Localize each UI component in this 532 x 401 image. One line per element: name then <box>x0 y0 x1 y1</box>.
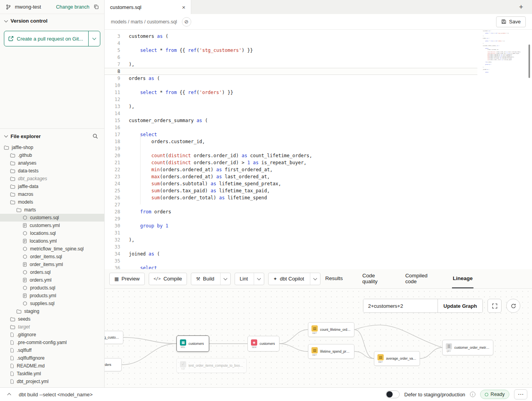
code-line-17[interactable]: 17 select <box>105 131 477 138</box>
lineage-node-average_order_value[interactable]: ▤METaverage_order_value <box>374 351 420 366</box>
code-line-23[interactable]: 23 max(orders.ordered_at) as last_ordere… <box>105 173 477 180</box>
code-line-3[interactable]: 3customers as ( <box>105 33 477 40</box>
code-line-9[interactable]: 9orders as ( <box>105 75 477 82</box>
code-line-33[interactable]: 33 <box>105 243 477 250</box>
code-line-21[interactable]: 21 count(distinct orders.order_id) > 1 a… <box>105 159 477 166</box>
tree-item-macros[interactable]: macros <box>0 190 104 198</box>
code-line-12[interactable]: 12 <box>105 96 477 103</box>
lineage-node-stg_customers[interactable]: ▦MDLstg_customers <box>105 331 123 344</box>
tree-item-target[interactable]: target <box>0 323 104 331</box>
lineage-node-test_node[interactable]: ✓TSTtest_order_items_compute_to_bools... <box>176 358 247 373</box>
result-tab-results[interactable]: Results <box>324 269 343 288</box>
tree-item-analyses[interactable]: analyses <box>0 159 104 167</box>
code-line-29[interactable]: 29 <box>105 215 477 222</box>
tree-item-customers.sql[interactable]: customers.sql <box>0 214 104 222</box>
editor-scrollbar[interactable] <box>527 30 531 269</box>
copilot-dropdown[interactable] <box>310 273 320 285</box>
tree-item-supplies.sql[interactable]: supplies.sql <box>0 300 104 307</box>
tree-item-dbt_project.yml[interactable]: dbt_project.yml <box>0 378 104 385</box>
lineage-node-customers_model[interactable]: ▦MDLcustomers <box>176 335 209 352</box>
tree-item-staging[interactable]: staging <box>0 307 104 315</box>
compile-button[interactable]: </> Compile <box>149 273 187 285</box>
code-line-11[interactable]: 11 select * from {{ ref('orders') }} <box>105 89 477 96</box>
code-line-6[interactable]: 6 <box>105 54 477 61</box>
lineage-node-count_lifetime_orders[interactable]: ▤METcount_lifetime_orders <box>308 322 354 337</box>
code-line-34[interactable]: 34joined as ( <box>105 250 477 257</box>
code-line-32[interactable]: 32), <box>105 236 477 243</box>
tree-item-order_items.sql[interactable]: order_items.sql <box>0 253 104 261</box>
overflow-menu-button[interactable]: ⋯ <box>514 389 527 399</box>
tree-item-README.md[interactable]: README.md <box>0 362 104 370</box>
lineage-node-customer_order_metrics[interactable]: ☰QRYcustomer_order_metrics <box>442 340 493 355</box>
build-button[interactable]: ⚒ Build <box>191 273 231 285</box>
code-line-8[interactable]: 8 <box>105 68 477 75</box>
tree-item-Taskfile.yml[interactable]: Taskfile.yml <box>0 370 104 378</box>
create-pr-dropdown[interactable] <box>88 31 100 46</box>
code-line-28[interactable]: 28 from orders <box>105 208 477 215</box>
code-line-20[interactable]: 20 count(distinct orders.order_id) as co… <box>105 152 477 159</box>
tree-item-.pre-commit-config.yaml[interactable]: .pre-commit-config.yaml <box>0 339 104 346</box>
close-icon[interactable]: × <box>182 4 185 10</box>
create-pr-button[interactable]: Create a pull request on Git... <box>4 31 100 46</box>
tree-item-seeds[interactable]: seeds <box>0 315 104 323</box>
copy-icon[interactable] <box>92 3 100 11</box>
tree-item-.sqlfluff[interactable]: .sqlfluff <box>0 346 104 354</box>
code-line-26[interactable]: 26 sum(orders.order_total) as lifetime_s… <box>105 194 477 201</box>
copilot-button[interactable]: ✦ dbt Copilot <box>268 273 320 285</box>
lint-button[interactable]: Lint <box>235 273 264 285</box>
result-tab-code-quality[interactable]: Code quality <box>361 269 386 288</box>
code-line-10[interactable]: 10 <box>105 82 477 89</box>
code-line-4[interactable]: 4 <box>105 40 477 47</box>
version-control-header[interactable]: Version control <box>0 14 104 26</box>
code-editor[interactable]: 3customers as (4 5 select * from {{ ref(… <box>105 30 532 269</box>
code-line-35[interactable]: 35 <box>105 257 477 264</box>
code-line-31[interactable]: 31 <box>105 229 477 236</box>
scrollbar-thumb[interactable] <box>528 44 530 78</box>
new-tab-button[interactable]: + <box>516 2 527 12</box>
result-tab-compiled-code[interactable]: Compiled code <box>404 269 434 288</box>
lineage-filter-input[interactable] <box>363 299 438 312</box>
search-icon[interactable] <box>91 132 100 140</box>
code-line-30[interactable]: 30 group by 1 <box>105 222 477 229</box>
minimap[interactable]: customers as ( select * from {{ ref('stg… <box>483 30 513 73</box>
build-dropdown[interactable] <box>220 273 230 285</box>
lineage-node-orders_src[interactable]: ▦MDLorders <box>105 358 122 371</box>
tree-item-.gitignore[interactable]: .gitignore <box>0 331 104 339</box>
code-line-36[interactable]: 36 select <box>105 264 477 269</box>
tree-item-metricflow_time_spine.sql[interactable]: metricflow_time_spine.sql <box>0 245 104 253</box>
tree-item-marts[interactable]: marts <box>0 206 104 214</box>
code-line-19[interactable]: 19 <box>105 145 477 152</box>
code-line-27[interactable]: 27 <box>105 201 477 208</box>
tree-item-jaffle-data[interactable]: jaffle-data <box>0 183 104 190</box>
preview-button[interactable]: ▦ Preview <box>109 273 145 285</box>
tree-item-products.sql[interactable]: products.sql <box>0 284 104 292</box>
lineage-panel[interactable]: ▦MDLstg_customers▦MDLorders▦MDLcustomers… <box>105 289 532 387</box>
tree-item-dbt_packages[interactable]: dbt_packages <box>0 175 104 183</box>
tab-customers-sql[interactable]: customers.sql × <box>105 0 191 14</box>
code-line-7[interactable]: 7), <box>105 61 477 68</box>
code-line-15[interactable]: 15customer_orders_summary as ( <box>105 117 477 124</box>
tree-item-models[interactable]: models <box>0 198 104 206</box>
save-button[interactable]: Save <box>496 16 526 27</box>
tree-item-.sqlfluffignore[interactable]: .sqlfluffignore <box>0 354 104 362</box>
code-line-14[interactable]: 14 <box>105 110 477 117</box>
result-tab-lineage[interactable]: Lineage <box>452 269 473 288</box>
defer-toggle[interactable] <box>386 390 400 398</box>
model-actions-icon[interactable]: ⊘ <box>182 17 191 27</box>
fullscreen-button[interactable] <box>488 299 502 313</box>
refresh-button[interactable] <box>506 299 520 313</box>
info-icon[interactable]: i <box>470 392 475 397</box>
tree-item-products.yml[interactable]: products.yml <box>0 292 104 300</box>
lineage-node-lifetime_spend_pretax[interactable]: ▤METlifetime_spend_pretax <box>308 344 354 359</box>
collapse-chevron-icon[interactable] <box>5 390 13 399</box>
code-line-16[interactable]: 16 <box>105 124 477 131</box>
code-line-5[interactable]: 5 select * from {{ ref('stg_customers') … <box>105 47 477 54</box>
file-explorer-header[interactable]: File explorer <box>0 129 104 143</box>
change-branch-link[interactable]: Change branch <box>56 4 89 10</box>
code-line-18[interactable]: 18 orders.customer_id, <box>105 138 477 145</box>
tree-item-orders.yml[interactable]: orders.yml <box>0 276 104 284</box>
code-line-22[interactable]: 22 min(orders.ordered_at) as first_order… <box>105 166 477 173</box>
code-line-24[interactable]: 24 sum(orders.subtotal) as lifetime_spen… <box>105 180 477 187</box>
tree-item-orders.sql[interactable]: orders.sql <box>0 268 104 276</box>
tree-item-locations.sql[interactable]: locations.sql <box>0 229 104 237</box>
